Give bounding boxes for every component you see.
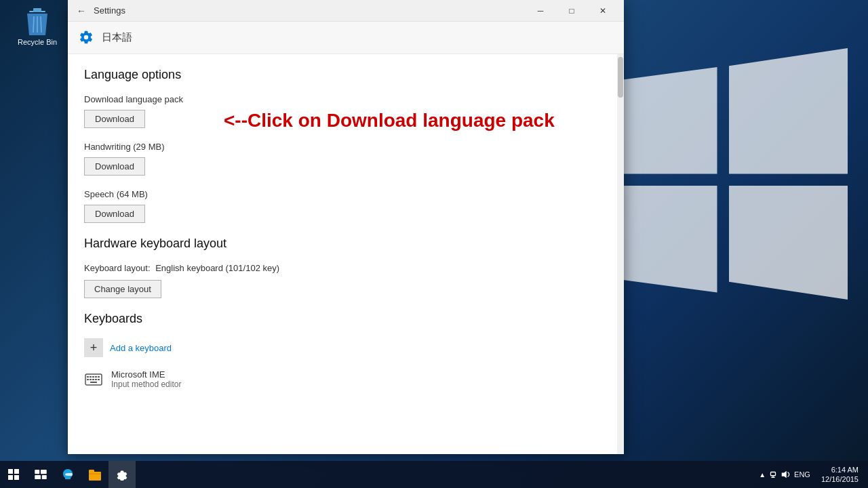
back-button[interactable]: ←	[73, 3, 90, 19]
hardware-keyboard-title: Hardware keyboard layout	[84, 237, 601, 251]
header-language-title: 日本語	[102, 31, 132, 44]
microsoft-ime-name: Microsoft IME	[111, 369, 181, 380]
lang-pack-section: Download language pack Download	[84, 94, 601, 128]
change-layout-button[interactable]: Change layout	[84, 280, 161, 298]
keyboard-layout-label: Keyboard layout:	[84, 263, 151, 273]
taskbar: ▲ ENG 6:14 AM 12/16/2015	[0, 461, 868, 488]
svg-line-6	[33, 16, 34, 33]
svg-rect-21	[35, 470, 39, 474]
content-area: Language options Download language pack …	[68, 54, 617, 454]
window-title: Settings	[90, 5, 525, 16]
scrollbar-track[interactable]	[617, 54, 624, 454]
download-handwriting-button[interactable]: Download	[84, 157, 145, 176]
microsoft-ime-info: Microsoft IME Input method editor	[111, 369, 181, 389]
window-controls: ─ □ ✕	[525, 0, 618, 22]
windows-logo-icon	[8, 469, 19, 480]
recycle-bin[interactable]: Recycle Bin	[14, 7, 61, 46]
svg-line-8	[41, 16, 41, 33]
volume-icon	[781, 470, 790, 479]
desktop: Recycle Bin ← Settings ─ □ ✕ 日本語	[0, 0, 868, 488]
svg-rect-5	[33, 8, 41, 12]
microsoft-ime-item: Microsoft IME Input method editor	[84, 367, 601, 392]
svg-rect-13	[95, 376, 97, 378]
svg-marker-2	[610, 186, 717, 293]
keyboards-title: Keyboards	[84, 312, 601, 326]
svg-rect-27	[771, 472, 776, 476]
microsoft-ime-sub: Input method editor	[111, 380, 181, 389]
maximize-button[interactable]: □	[556, 0, 587, 22]
tray-arrow-icon[interactable]: ▲	[759, 471, 766, 479]
tray-date: 12/16/2015	[821, 474, 859, 484]
section-title: Language options	[84, 68, 601, 82]
header-bar: 日本語	[68, 22, 624, 54]
minimize-button[interactable]: ─	[525, 0, 556, 22]
hardware-keyboard-section: Hardware keyboard layout Keyboard layout…	[84, 237, 601, 298]
svg-marker-3	[729, 186, 848, 300]
svg-rect-11	[90, 376, 92, 378]
handwriting-label: Handwriting (29 MB)	[84, 142, 601, 152]
speech-label: Speech (64 MB)	[84, 189, 601, 199]
add-keyboard-label: Add a keyboard	[110, 343, 172, 353]
add-keyboard-row[interactable]: + Add a keyboard	[84, 338, 601, 357]
start-button[interactable]	[0, 461, 27, 488]
file-explorer-button[interactable]	[81, 461, 108, 488]
handwriting-section: Handwriting (29 MB) Download	[84, 142, 601, 176]
settings-taskbar-button[interactable]	[108, 461, 136, 488]
recycle-bin-label: Recycle Bin	[18, 38, 57, 46]
download-lang-pack-button[interactable]: Download	[84, 110, 145, 128]
svg-rect-23	[35, 475, 41, 479]
task-view-button[interactable]	[27, 461, 54, 488]
svg-rect-16	[90, 379, 92, 380]
close-button[interactable]: ✕	[587, 0, 618, 22]
keyboards-section: Keyboards + Add a keyboard	[84, 312, 601, 392]
keyboard-layout-value: English keyboard (101/102 key)	[155, 263, 279, 273]
lang-pack-label: Download language pack	[84, 94, 601, 104]
content-wrapper: Language options Download language pack …	[68, 54, 624, 454]
keyboard-layout-row: Keyboard layout: English keyboard (101/1…	[84, 263, 601, 273]
network-icon	[768, 470, 778, 479]
tray-clock: 6:14 AM 12/16/2015	[817, 465, 863, 485]
svg-rect-20	[90, 382, 97, 383]
svg-rect-24	[42, 475, 47, 479]
scrollbar-thumb[interactable]	[618, 57, 623, 98]
svg-rect-19	[98, 379, 100, 380]
svg-rect-17	[92, 379, 94, 380]
settings-window: ← Settings ─ □ ✕ 日本語 Language options	[68, 0, 624, 454]
download-speech-button[interactable]: Download	[84, 205, 145, 223]
svg-rect-26	[89, 470, 94, 473]
tray-icons: ▲	[759, 470, 790, 479]
keyboard-icon	[84, 370, 103, 389]
system-tray: ▲ ENG 6:14 AM 12/16/2015	[753, 465, 868, 485]
svg-rect-12	[92, 376, 94, 378]
svg-rect-18	[95, 379, 97, 380]
tray-language: ENG	[794, 470, 810, 479]
svg-marker-30	[782, 471, 787, 479]
desktop-logo	[610, 41, 848, 312]
edge-browser-button[interactable]	[54, 461, 81, 488]
svg-rect-10	[87, 376, 89, 378]
svg-marker-0	[610, 67, 717, 174]
svg-rect-15	[87, 379, 89, 380]
gear-icon	[79, 30, 95, 46]
svg-marker-1	[729, 48, 848, 174]
plus-icon: +	[84, 338, 103, 357]
svg-rect-22	[41, 470, 47, 474]
tray-time: 6:14 AM	[821, 465, 859, 474]
title-bar: ← Settings ─ □ ✕	[68, 0, 624, 22]
svg-rect-14	[98, 376, 100, 378]
speech-section: Speech (64 MB) Download	[84, 189, 601, 223]
